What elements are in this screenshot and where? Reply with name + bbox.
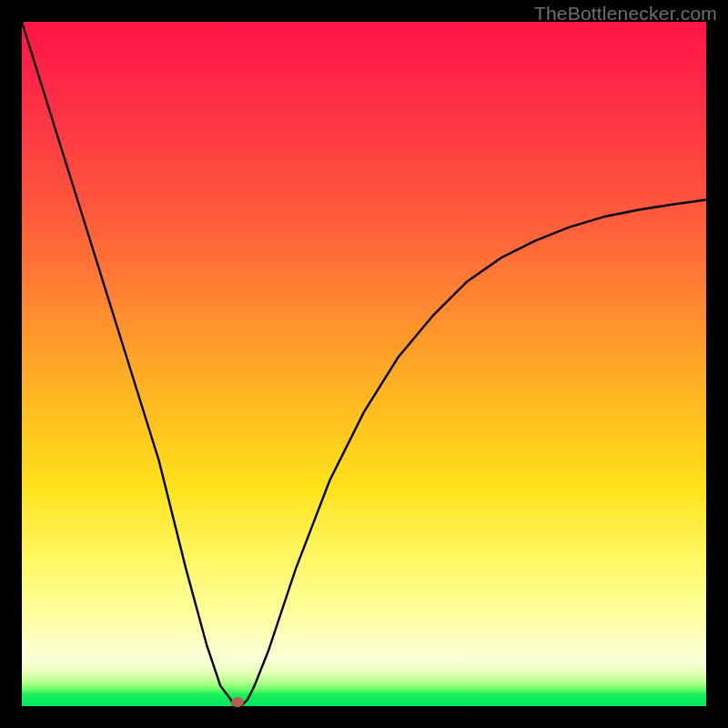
chart-frame: TheBottlenecker.com xyxy=(0,0,728,728)
bottleneck-curve xyxy=(22,22,706,706)
watermark-text: TheBottlenecker.com xyxy=(534,3,717,25)
optimum-marker xyxy=(231,697,244,707)
chart-plot-area xyxy=(22,22,706,706)
